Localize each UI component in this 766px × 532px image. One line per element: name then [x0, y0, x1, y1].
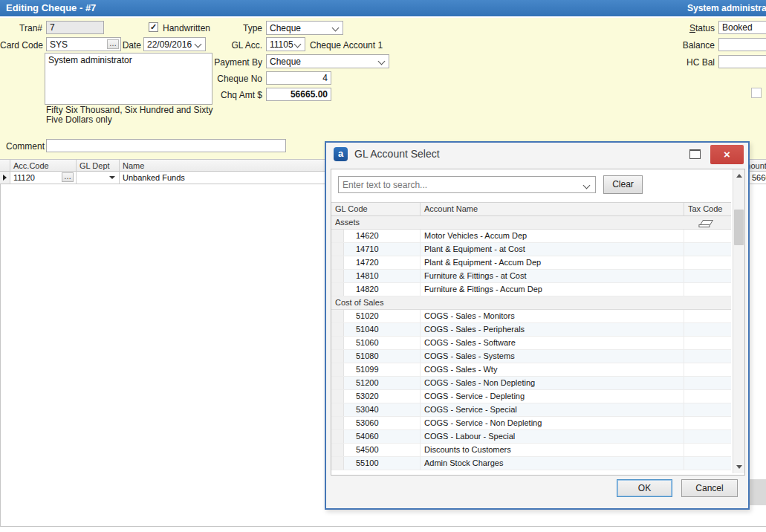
chq-amt-field[interactable]: 56665.00: [266, 88, 331, 101]
gl-account-row[interactable]: 14720Plant & Equipment - Accum Dep: [331, 256, 731, 270]
gl-account-row[interactable]: 14620Motor Vehicles - Accum Dep: [331, 230, 731, 243]
gl-account-grid-body: Assets14620Motor Vehicles - Accum Dep147…: [331, 216, 731, 473]
dialog-title: GL Account Select: [354, 148, 440, 160]
row-gutter: [331, 430, 344, 443]
ellipsis-lookup-button[interactable]: …: [107, 39, 119, 49]
row-gutter: [331, 256, 344, 269]
account-name-cell: Discounts to Customers: [421, 444, 684, 456]
account-name-cell: Motor Vehicles - Accum Dep: [421, 230, 684, 242]
account-name-cell: Plant & Equipment - Accum Dep: [421, 256, 684, 269]
tran-field: 7: [46, 21, 104, 34]
account-name-header[interactable]: Account Name: [421, 203, 684, 215]
gl-account-row[interactable]: 54500Discounts to Customers: [331, 444, 731, 457]
close-icon: ×: [724, 148, 730, 160]
acc-code-header[interactable]: Acc.Code: [10, 160, 77, 172]
account-name-cell: Admin Stock Charges: [421, 457, 684, 470]
search-combo[interactable]: [338, 176, 596, 193]
tran-label: Tran#: [6, 23, 42, 33]
handwritten-checkbox[interactable]: ✓: [149, 22, 158, 32]
row-gutter: [331, 363, 344, 376]
account-name-cell: COGS - Sales - Peripherals: [421, 323, 684, 336]
type-dropdown[interactable]: Cheque: [266, 21, 343, 35]
card-code-field[interactable]: SYS …: [46, 37, 121, 51]
gl-code-cell: 54060: [344, 430, 421, 443]
gl-code-cell: 14710: [344, 243, 421, 256]
group-row[interactable]: Assets: [331, 216, 731, 230]
gl-grid-header: GL Code Account Name Tax Code: [331, 202, 731, 216]
gl-account-row[interactable]: 14810Furniture & Fittings - at Cost: [331, 270, 731, 283]
gl-account-row[interactable]: 14820Furniture & Fittings - Accum Dep: [331, 283, 731, 296]
gl-account-row[interactable]: 51080COGS - Sales - Systems: [331, 350, 731, 363]
row-gutter: [331, 310, 344, 322]
payment-by-dropdown[interactable]: Cheque: [266, 54, 389, 68]
gl-code-cell: 51200: [344, 377, 421, 389]
gl-dept-header[interactable]: GL Dept: [77, 160, 120, 172]
row-gutter: [331, 444, 344, 456]
gl-account-row[interactable]: 54060COGS - Labour - Special: [331, 430, 731, 444]
gl-account-row[interactable]: 51200COGS - Sales - Non Depleting: [331, 377, 731, 390]
app-logo-icon: a: [334, 147, 348, 161]
row-gutter: [331, 270, 344, 282]
tax-code-cell: [684, 310, 731, 322]
maximize-button[interactable]: [689, 149, 701, 159]
gl-account-row[interactable]: 51020COGS - Sales - Monitors: [331, 310, 731, 323]
cheque-no-field[interactable]: 4: [266, 71, 331, 85]
gl-code-header[interactable]: GL Code: [331, 203, 421, 215]
account-name-cell: COGS - Service - Depleting: [421, 390, 684, 403]
payee-textarea[interactable]: System administrator: [45, 53, 212, 105]
dialog-titlebar[interactable]: a GL Account Select ×: [326, 143, 748, 166]
comment-input[interactable]: [46, 139, 286, 152]
scroll-up-button[interactable]: [733, 169, 744, 181]
clear-button[interactable]: Clear: [603, 175, 643, 194]
gl-code-cell: 51020: [344, 310, 421, 322]
close-button[interactable]: ×: [710, 145, 744, 164]
gl-account-row[interactable]: 51060COGS - Sales - Software: [331, 337, 731, 350]
vertical-scrollbar[interactable]: [733, 169, 744, 473]
drawer-icon[interactable]: [700, 220, 713, 225]
search-input[interactable]: [339, 177, 588, 192]
tax-code-cell: [684, 323, 731, 336]
cheque-no-value: 4: [322, 73, 328, 83]
row-gutter: [331, 350, 344, 363]
acc-code-cell[interactable]: 11120…: [10, 172, 77, 184]
account-name-cell: COGS - Sales - Software: [421, 337, 684, 349]
cancel-button[interactable]: Cancel: [681, 479, 738, 497]
arrow-up-icon: [736, 174, 742, 178]
scroll-down-button[interactable]: [733, 461, 744, 473]
group-row[interactable]: Cost of Sales: [331, 296, 731, 310]
gl-acc-dropdown[interactable]: 11105: [266, 37, 305, 51]
row-gutter: [331, 243, 344, 256]
tax-code-cell: [684, 243, 731, 256]
gl-code-cell: 51060: [344, 337, 421, 349]
date-label: Date: [120, 40, 141, 51]
payment-by-value: Cheque: [270, 56, 301, 67]
tax-code-header[interactable]: Tax Code: [684, 203, 731, 215]
gl-account-row[interactable]: 53040COGS - Service - Special: [331, 403, 731, 417]
account-name-cell: COGS - Sales - Wty: [421, 363, 684, 376]
window-title: Editing Cheque - #7: [6, 0, 96, 16]
card-code-value: SYS: [50, 39, 68, 50]
unlabeled-checkbox[interactable]: [751, 88, 762, 98]
tran-value: 7: [50, 22, 55, 33]
amount-words-line2: Five Dollars only: [46, 115, 213, 125]
gl-account-row[interactable]: 55100Admin Stock Charges: [331, 457, 731, 470]
gl-account-row[interactable]: 14710Plant & Equipment - at Cost: [331, 243, 731, 256]
scrollbar-thumb[interactable]: [734, 210, 744, 245]
grid-left-border: [0, 159, 1, 527]
date-dropdown[interactable]: 22/09/2016: [143, 37, 206, 51]
gl-account-row[interactable]: 53060COGS - Service - Non Depleting: [331, 417, 731, 430]
cheque-no-label: Cheque No: [214, 74, 262, 84]
ellipsis-lookup-button[interactable]: …: [62, 172, 74, 182]
gl-account-row[interactable]: 51040COGS - Sales - Peripherals: [331, 323, 731, 337]
ok-button[interactable]: OK: [617, 479, 672, 497]
amount-cell[interactable]: 56665.00: [749, 172, 766, 184]
payment-by-label: Payment By: [214, 57, 262, 68]
status-value: Booked: [722, 22, 753, 33]
amount-in-words: Fifty Six Thousand, Six Hundred and Sixt…: [46, 106, 213, 125]
account-name-cell: COGS - Sales - Systems: [421, 350, 684, 363]
gl-dept-cell[interactable]: [77, 172, 120, 184]
tax-code-cell: [684, 430, 731, 443]
gl-account-row[interactable]: 51099COGS - Sales - Wty: [331, 363, 731, 377]
dropdown-arrow-icon[interactable]: [109, 176, 115, 179]
gl-account-row[interactable]: 53020COGS - Service - Depleting: [331, 390, 731, 403]
